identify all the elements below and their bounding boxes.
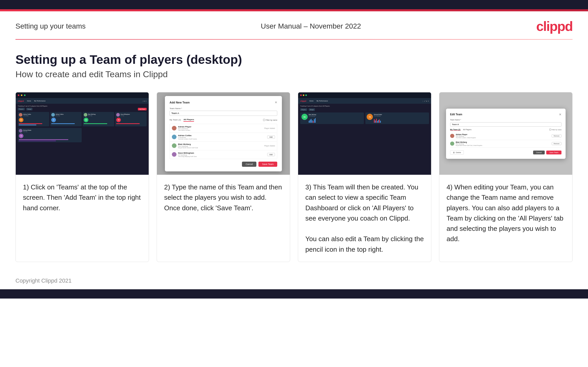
modal4-remove-btn-1[interactable]: Remove [552,134,561,137]
header: Setting up your teams User Manual – Nove… [0,11,588,39]
modal-player-info-3: Blair McHarg Plus HandicapRoyal North De… [178,143,263,148]
ss1-player-name-3: Blair McHarg [88,113,96,115]
card-1: clippd Home My Performance ⋮ ⊕ ✕ Trackin… [15,92,149,262]
ss3-nav-perf: My Performance [317,100,328,102]
footer: Copyright Clippd 2021 [0,272,588,289]
modal-avatar-2 [172,135,177,139]
modal4-remove-btn-2[interactable]: Remove [552,142,561,145]
ss1-content: Tracking X set of X players from All Pla… [16,104,149,144]
ss1-logo: clippd [18,100,24,102]
card-3: clippd Home My Performance ⋮ 🖊 ⊕ ✕ Track… [298,92,431,262]
ss1-bar-1 [19,123,42,124]
page-subtitle: How to create and edit Teams in Clippd [15,69,573,79]
modal4-header: Edit Team ✕ [450,113,561,116]
modal4-player-name-2: Blair McHarg [456,141,550,143]
modal4-filter-checkbox[interactable] [549,129,551,130]
modal4-delete-label: Delete [456,152,461,153]
ss3-score-1: 94 [301,114,308,120]
modal4-player-row-1: Adrian Player Plus HandicapThe Shire Lon… [450,132,561,140]
ss3-bar-2 [310,120,310,123]
ss3-filter-btn: Players [300,108,307,111]
modal-close-icon[interactable]: ✕ [275,101,277,104]
modal-player-row-2: Adrian Coliba 1 HandicapCentral London G… [170,133,277,142]
modal4-team-label: Team Name * [450,119,561,121]
modal-tab-allplayers[interactable]: All Players [183,118,194,122]
ss1-player-name-1: Adrian Coliba [23,113,31,115]
modal-team-input[interactable] [170,111,277,116]
modal4-player-row-2: Blair McHarg Plus HandicapRoyal North De… [450,140,561,148]
modal4-player-detail-1: Plus HandicapThe Shire London, United Ki… [456,135,550,138]
modal-header: Add New Team ✕ [170,101,277,104]
modal-tabs: My Team (2) All Players Filter by name [170,118,277,122]
modal4-tab-allplayers[interactable]: All Players [463,129,472,130]
copyright-text: Copyright Clippd 2021 [15,277,72,284]
ss1-bar-4 [84,123,107,124]
bottom-bar [0,289,588,299]
card-2: Add New Team ✕ Team Name * My Team (2) A… [157,92,290,262]
ss3-nav-actions: ⋮ 🖊 ⊕ ✕ [422,100,429,102]
edit-team-modal: Edit Team ✕ Team Name * My Team (2) All … [446,109,566,159]
modal4-cancel-button[interactable]: Cancel [533,151,545,154]
modal4-title: Edit Team [450,113,462,116]
ss1-dot-red [18,94,19,96]
modal4-team-input[interactable] [450,122,561,127]
modal-player-row-3: Blair McHarg Plus HandicapRoyal North De… [170,142,277,150]
modal-add-btn-2[interactable]: Add [267,135,275,139]
ss1-bar-7 [19,141,56,141]
modal4-player-detail-2: Plus HandicapRoyal North Devon Golf Club… [456,143,550,146]
modal-footer: Cancel Save Team [170,162,277,167]
ss1-avatar-2 [51,113,55,117]
ss1-score-3: 94 [84,118,88,122]
ss1-player-sub-1: 1 Handicap [23,115,31,116]
modal-team-label: Team Name * [170,107,277,110]
modal-player-detail-3: Plus HandicapRoyal North Devon Golf Club [178,145,263,148]
modal-player-name-3: Blair McHarg [178,143,263,145]
ss3-nav: clippd Home My Performance ⋮ 🖊 ⊕ ✕ [298,98,431,104]
ss3-topbar [298,92,431,98]
modal-player-row-4: Dave Billingham 3.5 HandicapThe Ding May… [170,150,277,159]
page-title: Setting up a Team of players (desktop) [15,53,573,67]
filter-checkbox[interactable] [263,119,265,121]
ss3-sub-2: Plus Handicap [374,115,428,117]
ss1-nav-teams: My Performance [34,100,46,102]
ss3-bar-13 [379,119,380,123]
modal-player-info-1: Adrian Player Plus HandicapThe Shire Lon… [178,126,263,131]
ss3-grid: 94 Blair McHarg Plus Handicap [300,112,429,124]
modal4-player-info-2: Blair McHarg Plus HandicapRoyal North De… [456,141,550,146]
page-title-section: Setting up a Team of players (desktop) H… [0,40,588,87]
header-logo: clippd [536,19,573,34]
ss3-logo: clippd [300,100,306,102]
ss3-bar-10 [376,119,377,123]
header-section-label: Setting up your teams [15,22,86,30]
ss1-topbar [16,92,149,98]
ss3-bars-1 [309,118,363,123]
card-2-text: 2) Type the name of this Team and then s… [157,175,290,262]
screenshot-4: Edit Team ✕ Team Name * My Team (2) All … [439,92,572,175]
add-team-modal: Add New Team ✕ Team Name * My Team (2) A… [165,96,282,171]
modal-add-btn-4[interactable]: Add [267,153,275,156]
ss3-bar-7 [315,118,316,123]
modal-tab-myteam[interactable]: My Team (2) [170,119,181,121]
modal4-tab-myteam[interactable]: My Team (2) [450,129,460,131]
ss1-player-sub-3: Plus Hcp [88,115,96,116]
modal-player-list: Adrian Player Plus HandicapThe Shire Lon… [170,124,277,159]
ss1-score-5: 72 [19,134,23,138]
modal4-close-icon[interactable]: ✕ [559,113,561,116]
ss3-nav-home: Home [309,100,314,102]
card-3-text-1: 3) This Team will then be created. You c… [305,183,418,222]
modal4-delete-button[interactable]: 🗑 Delete [450,150,464,155]
modal4-tabs: My Team (2) All Players Filter by name [450,129,561,131]
card-2-screenshot: Add New Team ✕ Team Name * My Team (2) A… [157,92,290,175]
modal4-avatar-1 [450,134,454,138]
ss1-player-grid: Adrian Coliba 1 Handicap 84 [18,112,147,126]
modal-cancel-button[interactable]: Cancel [242,162,256,167]
modal-player-status-1: Player Added [264,127,275,129]
modal-save-button[interactable]: Save Team [258,162,277,167]
ss1-dot-yellow [21,94,22,96]
ss1-addteam-btn[interactable]: Add Team [138,108,147,110]
card-3-text: 3) This Team will then be created. You c… [298,175,431,262]
ss1-bar-2 [19,125,36,125]
ss1-player-card-2: Adrian Collins Plus Hcp 0 [50,112,82,126]
modal4-save-button[interactable]: Save Team [546,151,561,154]
ss1-avatar-4 [116,113,120,117]
